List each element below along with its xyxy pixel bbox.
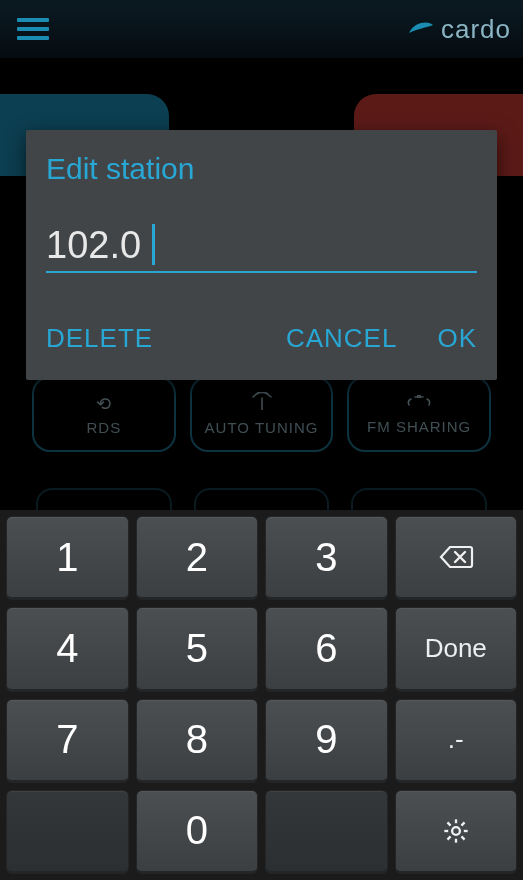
- station-input-wrap[interactable]: [46, 224, 477, 273]
- cancel-button[interactable]: CANCEL: [286, 323, 397, 354]
- done-key[interactable]: Done: [395, 607, 518, 691]
- key-8[interactable]: 8: [136, 699, 259, 783]
- backspace-key[interactable]: [395, 516, 518, 600]
- ok-button[interactable]: OK: [437, 323, 477, 354]
- gear-icon: [438, 817, 474, 845]
- menu-button[interactable]: [12, 8, 54, 50]
- key-blank-left: [6, 790, 129, 874]
- key-3[interactable]: 3: [265, 516, 388, 600]
- numeric-keyboard: 1 2 3 4 5 6 Done 7 8 9 .- 0: [0, 510, 523, 880]
- brand-text: cardo: [441, 14, 511, 45]
- station-input[interactable]: [46, 224, 477, 271]
- brand-logo-icon: [407, 19, 435, 39]
- dialog-actions: DELETE CANCEL OK: [46, 313, 477, 366]
- key-2[interactable]: 2: [136, 516, 259, 600]
- app-header: cardo: [0, 0, 523, 58]
- key-1[interactable]: 1: [6, 516, 129, 600]
- svg-point-4: [452, 827, 460, 835]
- text-caret: [152, 224, 155, 265]
- delete-button[interactable]: DELETE: [46, 323, 153, 354]
- settings-key[interactable]: [395, 790, 518, 874]
- key-5[interactable]: 5: [136, 607, 259, 691]
- svg-rect-2: [17, 36, 49, 40]
- key-9[interactable]: 9: [265, 699, 388, 783]
- key-blank-right: [265, 790, 388, 874]
- key-7[interactable]: 7: [6, 699, 129, 783]
- menu-icon: [17, 18, 49, 40]
- svg-rect-1: [17, 27, 49, 31]
- key-0[interactable]: 0: [136, 790, 259, 874]
- backspace-icon: [438, 543, 474, 571]
- brand: cardo: [407, 14, 511, 45]
- key-dot[interactable]: .-: [395, 699, 518, 783]
- edit-station-dialog: Edit station DELETE CANCEL OK: [26, 130, 497, 380]
- key-6[interactable]: 6: [265, 607, 388, 691]
- key-4[interactable]: 4: [6, 607, 129, 691]
- dialog-title: Edit station: [46, 152, 477, 186]
- svg-rect-0: [17, 18, 49, 22]
